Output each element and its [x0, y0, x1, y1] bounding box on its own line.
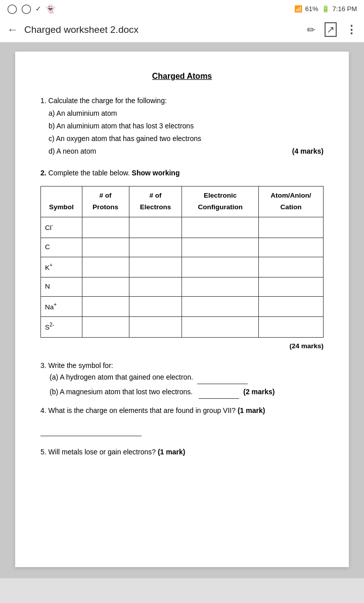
q3-part-a-label: (a) A hydrogen atom that gained one elec… [50, 373, 193, 381]
table-row: Cl- [41, 217, 324, 238]
q3-text: Write the symbol for: [49, 361, 113, 369]
electrons-c [129, 238, 182, 257]
anion-n [258, 277, 323, 297]
q3-part-b-label: (b) A magnesium atom that lost two elect… [50, 385, 193, 399]
config-k [182, 257, 258, 277]
q1-part-b: b) An aluminium atom that has lost 3 ele… [49, 120, 324, 132]
table-row: C [41, 238, 324, 257]
status-bar: ◯ ◯ ✓ 👻 📶 61% 🔋 7:16 PM [0, 0, 364, 17]
status-right: 📶 61% 🔋 7:16 PM [294, 5, 357, 13]
protons-na [82, 296, 129, 316]
electrons-n [129, 277, 182, 297]
symbol-k: K+ [41, 257, 82, 277]
question-4: 4. What is the charge on elements that a… [40, 405, 324, 437]
q5-text: Will metals lose or gain electrons? [49, 448, 158, 456]
q2-intro: 2. Complete the table below. Show workin… [40, 167, 324, 179]
q1-part-d-text: d) A neon atom [49, 145, 96, 158]
circle-icon-1: ◯ [7, 3, 17, 14]
time: 7:16 PM [333, 5, 357, 13]
question-5: 5. Will metals lose or gain electrons? (… [40, 446, 324, 458]
config-cl [182, 217, 258, 238]
document-title: Charged Atoms [40, 72, 324, 81]
symbol-c: C [41, 238, 82, 257]
battery-icon: 🔋 [322, 5, 330, 13]
circle-icon-2: ◯ [21, 3, 31, 14]
open-external-icon[interactable]: ↗ [325, 22, 337, 37]
anion-s [258, 317, 323, 337]
q5-number: 5. [40, 448, 47, 456]
wifi-icon: 📶 [294, 5, 302, 13]
anion-c [258, 238, 323, 257]
th-anion: Atom/Anion/Cation [258, 187, 323, 217]
q1-part-d: d) A neon atom (4 marks) [49, 145, 324, 158]
symbol-n: N [41, 277, 82, 297]
q4-number: 4. [40, 406, 47, 414]
q1-text: Calculate the charge for the following: [49, 97, 167, 105]
question-2: 2. Complete the table below. Show workin… [40, 167, 324, 352]
q3-blank-a [197, 369, 248, 384]
th-protons: # ofProtons [82, 187, 129, 217]
electrons-s [129, 317, 182, 337]
app-bar-title: Charged worksheet 2.docx [24, 24, 301, 35]
protons-s [82, 317, 129, 337]
q3-part-b: (b) A magnesium atom that lost two elect… [50, 384, 324, 399]
q2-number: 2. [40, 169, 47, 177]
protons-k [82, 257, 129, 277]
table-row: K+ [41, 257, 324, 277]
table-row: N [41, 277, 324, 297]
electrons-na [129, 296, 182, 316]
q4-text: What is the charge on elements that are … [49, 406, 238, 414]
back-button[interactable]: ← [7, 23, 18, 36]
electrons-k [129, 257, 182, 277]
symbol-na: Na+ [41, 296, 82, 316]
config-s [182, 317, 258, 337]
th-electrons: # ofElectrons [129, 187, 182, 217]
q3-part-a: (a) A hydrogen atom that gained one elec… [50, 369, 324, 384]
q3-blank-b [199, 384, 239, 399]
more-options-icon[interactable]: ⋮ [346, 23, 357, 36]
electrons-cl [129, 217, 182, 238]
anion-k [258, 257, 323, 277]
table-row: S2- [41, 317, 324, 337]
edit-icon[interactable]: ✏ [307, 24, 315, 36]
q1-marks: (4 marks) [292, 145, 324, 158]
document-page: Charged Atoms 1. Calculate the charge fo… [15, 52, 349, 567]
q3-number: 3. [40, 361, 47, 369]
q1-part-c: c) An oxygen atom that has gained two el… [49, 132, 324, 145]
check-icon: ✓ [35, 5, 41, 13]
q1-parts: a) An aluminium atom b) An aluminium ato… [49, 107, 324, 158]
q2-intro-text: Complete the table below. [49, 169, 132, 177]
status-left: ◯ ◯ ✓ 👻 [7, 3, 56, 14]
q2-table: Symbol # ofProtons # ofElectrons Electro… [40, 186, 324, 338]
snapchat-icon: 👻 [46, 4, 56, 14]
table-row: Na+ [41, 296, 324, 316]
symbol-s: S2- [41, 317, 82, 337]
q3-parts: (a) A hydrogen atom that gained one elec… [50, 369, 324, 399]
app-bar-actions: ✏ ↗ ⋮ [307, 22, 357, 37]
table-header-row: Symbol # ofProtons # ofElectrons Electro… [41, 187, 324, 217]
q5-marks: (1 mark) [158, 448, 185, 456]
question-3: 3. Write the symbol for: (a) A hydrogen … [40, 361, 324, 399]
th-config: ElectronicConfiguration [182, 187, 258, 217]
th-symbol: Symbol [41, 187, 82, 217]
q4-answer-line [40, 424, 142, 437]
anion-na [258, 296, 323, 316]
document-wrapper: Charged Atoms 1. Calculate the charge fo… [0, 42, 364, 578]
anion-cl [258, 217, 323, 238]
config-c [182, 238, 258, 257]
q2-marks: (24 marks) [40, 341, 324, 352]
config-na [182, 296, 258, 316]
config-n [182, 277, 258, 297]
protons-n [82, 277, 129, 297]
q4-marks: (1 mark) [238, 406, 265, 414]
protons-cl [82, 217, 129, 238]
q3-marks: (2 marks) [243, 385, 275, 399]
question-1: 1. Calculate the charge for the followin… [40, 95, 324, 158]
q1-number: 1. [40, 97, 47, 105]
protons-c [82, 238, 129, 257]
q2-bold: Show working [132, 169, 180, 177]
app-bar: ← Charged worksheet 2.docx ✏ ↗ ⋮ [0, 17, 364, 42]
battery-text: 61% [305, 5, 318, 13]
symbol-cl: Cl- [41, 217, 82, 238]
q1-part-a: a) An aluminium atom [49, 107, 324, 120]
